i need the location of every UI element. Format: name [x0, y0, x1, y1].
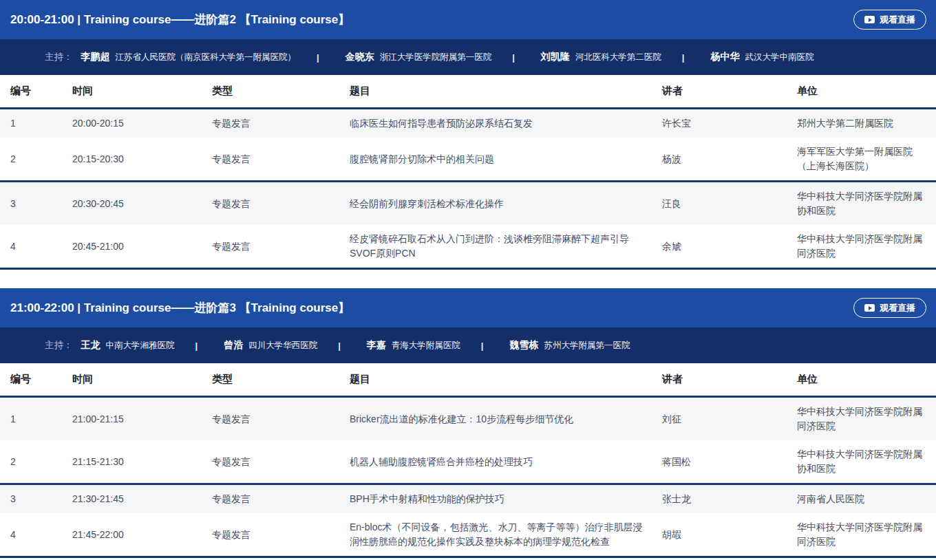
cell-speaker: 张士龙 — [662, 492, 797, 506]
cell-type: 专题发言 — [212, 455, 350, 469]
session-section-2: 21:00-22:00 | Training course——进阶篇3 【Tra… — [0, 288, 936, 558]
cell-no: 2 — [10, 152, 72, 166]
cell-time: 21:30-21:45 — [72, 492, 212, 506]
watch-live-button[interactable]: 观看直播 — [853, 10, 926, 30]
moderator-name: 杨中华 — [710, 51, 739, 63]
session-section-1: 20:00-21:00 | Training course——进阶篇2 【Tra… — [0, 0, 936, 270]
cell-title: BPH手术中射精和性功能的保护技巧 — [350, 492, 662, 506]
cell-type: 专题发言 — [212, 197, 350, 211]
moderator: 杨中华 武汉大学中南医院 — [702, 51, 813, 63]
table-row: 3 20:30-20:45 专题发言 经会阴前列腺穿刺活检术标准化操作 汪良 华… — [0, 182, 936, 225]
table-row: 4 21:45-22:00 专题发言 En-bloc术（不同设备，包括激光、水刀… — [0, 513, 936, 556]
separator: | — [512, 52, 515, 63]
cell-title: 经皮肾镜碎石取石术从入门到进阶：浅谈椎旁阻滞麻醉下超声引导SVOF原则PCN — [350, 232, 662, 261]
cell-type: 专题发言 — [212, 152, 350, 166]
cell-no: 3 — [10, 492, 72, 506]
cell-title: 腹腔镜肾部分切除术中的相关问题 — [350, 152, 662, 166]
moderator-name: 王龙 — [81, 339, 100, 352]
cell-title: Bricker流出道的标准化建立：10步流程每步细节优化 — [350, 412, 662, 427]
session-header: 20:00-21:00 | Training course——进阶篇2 【Tra… — [0, 0, 936, 39]
table-row: 1 21:00-21:15 专题发言 Bricker流出道的标准化建立：10步流… — [0, 398, 936, 440]
moderator: 刘凯隆 河北医科大学第二医院 — [533, 51, 661, 63]
moderator-org: 武汉大学中南医院 — [745, 52, 813, 63]
moderator-name: 刘凯隆 — [541, 51, 570, 63]
watch-live-label: 观看直播 — [880, 14, 915, 26]
column-header-title: 题目 — [350, 373, 662, 386]
cell-no: 4 — [10, 239, 72, 254]
cell-org: 华中科技大学同济医学院附属同济医院 — [797, 405, 936, 433]
cell-time: 21:00-21:15 — [72, 412, 212, 427]
cell-type: 专题发言 — [212, 528, 350, 542]
watch-live-button[interactable]: 观看直播 — [853, 298, 926, 318]
column-header-org: 单位 — [797, 85, 936, 98]
moderator-name: 李嘉 — [367, 339, 386, 352]
schedule-table: 1 21:00-21:15 专题发言 Bricker流出道的标准化建立：10步流… — [0, 398, 936, 558]
cell-org: 河南省人民医院 — [797, 492, 936, 506]
cell-org: 华中科技大学同济医学院附属协和医院 — [797, 189, 936, 218]
column-header-type: 类型 — [212, 373, 350, 386]
column-header-speaker: 讲者 — [662, 373, 797, 386]
moderator-org: 河北医科大学第二医院 — [575, 52, 661, 63]
moderator-name: 金晓东 — [345, 51, 374, 63]
column-header-time: 时间 — [72, 85, 212, 98]
separator: | — [317, 52, 319, 63]
watch-live-label: 观看直播 — [880, 302, 915, 314]
table-row: 4 20:45-21:00 专题发言 经皮肾镜碎石取石术从入门到进阶：浅谈椎旁阻… — [0, 225, 936, 268]
cell-no: 1 — [10, 116, 72, 131]
cell-no: 2 — [10, 455, 72, 469]
cell-speaker: 余虓 — [662, 239, 797, 254]
moderator-org: 四川大学华西医院 — [248, 340, 317, 352]
moderators-bar: 主持： 王龙 中南大学湘雅医院 | 曾浩 四川大学华西医院 | 李嘉 青海大学附… — [0, 327, 936, 363]
session-title: 21:00-22:00 | Training course——进阶篇3 【Tra… — [10, 300, 350, 316]
moderator-name: 魏雪栋 — [509, 339, 538, 352]
cell-org: 海军军医大学第一附属医院（上海长海医院） — [797, 144, 936, 173]
separator: | — [481, 341, 484, 351]
cell-no: 1 — [10, 412, 72, 427]
play-icon — [864, 304, 875, 312]
cell-org: 华中科技大学同济医学院附属同济医院 — [797, 520, 936, 549]
cell-speaker: 许长宝 — [662, 116, 797, 131]
moderator: 曾浩 四川大学华西医院 — [215, 339, 317, 352]
play-icon — [864, 16, 875, 23]
table-header: 编号 时间 类型 题目 讲者 单位 — [0, 75, 936, 109]
separator: | — [682, 52, 685, 63]
cell-time: 20:15-20:30 — [72, 152, 212, 166]
cell-org: 华中科技大学同济医学院附属同济医院 — [797, 232, 936, 261]
cell-type: 专题发言 — [212, 492, 350, 506]
column-header-title: 题目 — [350, 85, 662, 98]
moderator-org: 苏州大学附属第一医院 — [544, 340, 630, 352]
cell-title: 机器人辅助腹腔镜肾癌合并癌栓的处理技巧 — [350, 455, 662, 469]
cell-speaker: 杨波 — [662, 152, 797, 166]
moderator-org: 江苏省人民医院（南京医科大学第一附属医院） — [116, 52, 297, 63]
column-header-type: 类型 — [212, 85, 350, 98]
moderator: 李鹏超 江苏省人民医院（南京医科大学第一附属医院） — [73, 51, 297, 63]
session-header: 21:00-22:00 | Training course——进阶篇3 【Tra… — [0, 288, 936, 327]
cell-time: 20:00-20:15 — [72, 116, 212, 131]
cell-time: 21:45-22:00 — [72, 528, 212, 542]
column-header-org: 单位 — [797, 373, 936, 386]
cell-org: 华中科技大学同济医学院附属协和医院 — [797, 447, 936, 476]
cell-speaker: 蒋国松 — [662, 455, 797, 469]
table-header: 编号 时间 类型 题目 讲者 单位 — [0, 363, 936, 398]
cell-speaker: 胡嘏 — [662, 528, 797, 542]
moderators-bar: 主持： 李鹏超 江苏省人民医院（南京医科大学第一附属医院） | 金晓东 浙江大学… — [0, 39, 936, 75]
cell-no: 3 — [10, 197, 72, 211]
column-header-speaker: 讲者 — [662, 85, 797, 98]
moderator-name: 李鹏超 — [81, 51, 110, 63]
column-header-time: 时间 — [72, 373, 212, 386]
moderator-org: 青海大学附属医院 — [392, 340, 460, 352]
moderator-name: 曾浩 — [224, 339, 243, 352]
moderator-org: 浙江大学医学院附属第一医院 — [380, 52, 492, 63]
cell-time: 21:15-21:30 — [72, 455, 212, 469]
moderator: 王龙 中南大学湘雅医院 — [73, 339, 175, 352]
cell-speaker: 汪良 — [662, 197, 797, 211]
column-header-no: 编号 — [10, 85, 72, 98]
moderator-label: 主持： — [45, 339, 73, 352]
table-row: 2 21:15-21:30 专题发言 机器人辅助腹腔镜肾癌合并癌栓的处理技巧 蒋… — [0, 440, 936, 485]
cell-no: 4 — [10, 528, 72, 542]
schedule-table: 1 20:00-20:15 专题发言 临床医生如何指导患者预防泌尿系结石复发 许… — [0, 109, 936, 270]
moderator: 李嘉 青海大学附属医院 — [359, 339, 460, 352]
separator: | — [195, 341, 198, 351]
cell-time: 20:30-20:45 — [72, 197, 212, 211]
cell-title: 经会阴前列腺穿刺活检术标准化操作 — [350, 197, 662, 211]
